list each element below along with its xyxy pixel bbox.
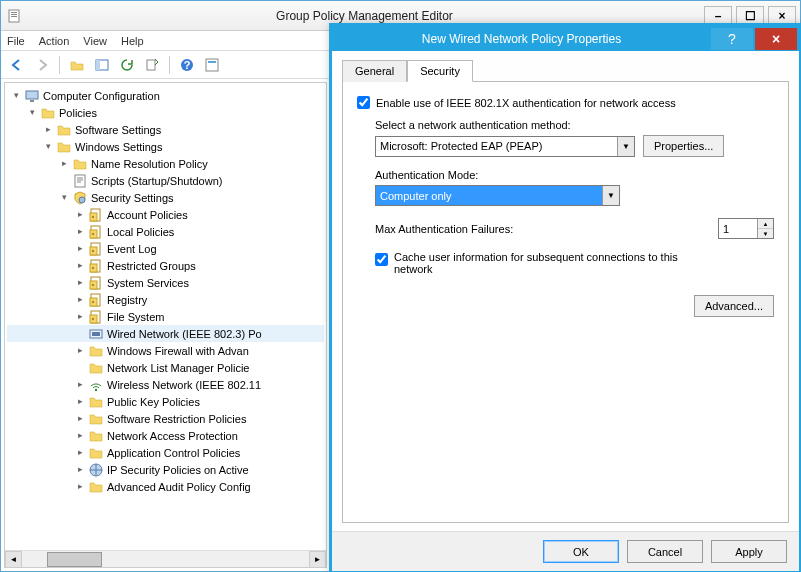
menu-action[interactable]: Action [39,35,70,47]
tab-security[interactable]: Security [407,60,473,82]
tree-item[interactable]: ▾Policies [7,104,324,121]
tree-item[interactable]: ▾Security Settings [7,189,324,206]
enable-8021x-checkbox[interactable] [357,96,370,109]
tree-item-label: Local Policies [107,226,174,238]
expand-icon[interactable]: ▸ [75,209,86,220]
expand-icon[interactable]: ▸ [75,243,86,254]
expand-icon[interactable]: ▸ [43,124,54,135]
tree-item[interactable]: ▸Event Log [7,240,324,257]
refresh-icon[interactable] [117,55,137,75]
collapse-icon[interactable]: ▾ [43,141,54,152]
auth-mode-combo[interactable]: Computer only ▼ [375,185,620,206]
tree-item[interactable]: ▸Registry [7,291,324,308]
spinner-up-icon[interactable]: ▲ [758,219,773,229]
help-icon[interactable]: ? [177,55,197,75]
expand-icon[interactable]: ▸ [75,447,86,458]
tree-item[interactable]: ▸Advanced Audit Policy Config [7,478,324,495]
ok-button[interactable]: OK [543,540,619,563]
scroll-left-icon[interactable]: ◄ [5,551,22,568]
scroll-right-icon[interactable]: ► [309,551,326,568]
expand-icon[interactable]: ▸ [75,430,86,441]
tree-item[interactable]: ▾Windows Settings [7,138,324,155]
folder-icon [72,156,88,172]
svg-rect-37 [92,332,100,336]
export-icon[interactable] [142,55,162,75]
svg-rect-10 [208,61,216,63]
tree-item[interactable]: Scripts (Startup/Shutdown) [7,172,324,189]
wireless-icon [88,377,104,393]
tree-item[interactable]: ▸Public Key Policies [7,393,324,410]
spinner-down-icon[interactable]: ▼ [758,229,773,238]
tree-item[interactable]: ▸Software Settings [7,121,324,138]
collapse-icon[interactable]: ▾ [59,192,70,203]
dialog-close-button[interactable]: × [755,28,797,50]
expand-icon[interactable]: ▸ [75,481,86,492]
advanced-button[interactable]: Advanced... [694,295,774,317]
folder-icon [88,445,104,461]
horizontal-scrollbar[interactable]: ◄ ► [5,550,326,567]
tree-item[interactable]: ▸System Services [7,274,324,291]
tree-item[interactable]: ▸Restricted Groups [7,257,324,274]
svg-point-29 [92,283,94,285]
scroll-track[interactable] [22,551,309,568]
tree-item[interactable]: ▸Account Policies [7,206,324,223]
tree[interactable]: ▾Computer Configuration▾Policies▸Softwar… [5,83,326,550]
max-auth-failures-spinner[interactable]: ▲ ▼ [718,218,774,239]
tree-item[interactable]: Network List Manager Policie [7,359,324,376]
expand-icon[interactable]: ▸ [75,226,86,237]
expand-placeholder [59,175,70,186]
collapse-icon[interactable]: ▾ [27,107,38,118]
tree-item-label: Network Access Protection [107,430,238,442]
tab-panel-security: Enable use of IEEE 802.1X authentication… [342,82,789,523]
expand-icon[interactable]: ▸ [59,158,70,169]
tree-item[interactable]: ▸Name Resolution Policy [7,155,324,172]
cache-user-info-checkbox[interactable] [375,253,388,266]
menu-view[interactable]: View [83,35,107,47]
tree-item-label: Account Policies [107,209,188,221]
expand-icon[interactable]: ▸ [75,294,86,305]
max-auth-failures-label: Max Authentication Failures: [375,223,513,235]
expand-icon[interactable]: ▸ [75,260,86,271]
tree-item-label: Public Key Policies [107,396,200,408]
tree-item[interactable]: ▸Windows Firewall with Advan [7,342,324,359]
tree-item[interactable]: ▸Local Policies [7,223,324,240]
expand-icon[interactable]: ▸ [75,396,86,407]
properties-button[interactable]: Properties... [643,135,724,157]
expand-icon[interactable]: ▸ [75,413,86,424]
folder-up-icon[interactable] [67,55,87,75]
nav-fwd-icon[interactable] [32,55,52,75]
expand-icon[interactable]: ▸ [75,277,86,288]
dialog-help-button[interactable]: ? [711,28,753,50]
folder-icon [88,479,104,495]
menu-help[interactable]: Help [121,35,144,47]
expand-icon[interactable]: ▸ [75,311,86,322]
cache-user-info-label: Cache user information for subsequent co… [394,251,694,275]
cancel-button[interactable]: Cancel [627,540,703,563]
menu-file[interactable]: File [7,35,25,47]
nav-back-icon[interactable] [7,55,27,75]
expand-icon[interactable]: ▸ [75,464,86,475]
script-icon [72,173,88,189]
chevron-down-icon[interactable]: ▼ [602,186,619,205]
tree-item[interactable]: ▸Application Control Policies [7,444,324,461]
tree-item[interactable]: ▾Computer Configuration [7,87,324,104]
tree-item[interactable]: ▸IP Security Policies on Active [7,461,324,478]
tree-item[interactable]: ▸File System [7,308,324,325]
tree-item-label: Policies [59,107,97,119]
properties-icon[interactable] [202,55,222,75]
apply-button[interactable]: Apply [711,540,787,563]
tab-general[interactable]: General [342,60,407,82]
auth-mode-value: Computer only [380,190,452,202]
chevron-down-icon[interactable]: ▼ [617,137,634,156]
scroll-thumb[interactable] [47,552,102,567]
tree-item[interactable]: ▸Network Access Protection [7,427,324,444]
max-auth-failures-input[interactable] [719,219,757,238]
collapse-icon[interactable]: ▾ [11,90,22,101]
tree-item[interactable]: Wired Network (IEEE 802.3) Po [7,325,324,342]
tree-item[interactable]: ▸Software Restriction Policies [7,410,324,427]
show-hide-icon[interactable] [92,55,112,75]
auth-method-combo[interactable]: Microsoft: Protected EAP (PEAP) ▼ [375,136,635,157]
tree-item[interactable]: ▸Wireless Network (IEEE 802.11 [7,376,324,393]
expand-icon[interactable]: ▸ [75,345,86,356]
expand-icon[interactable]: ▸ [75,379,86,390]
